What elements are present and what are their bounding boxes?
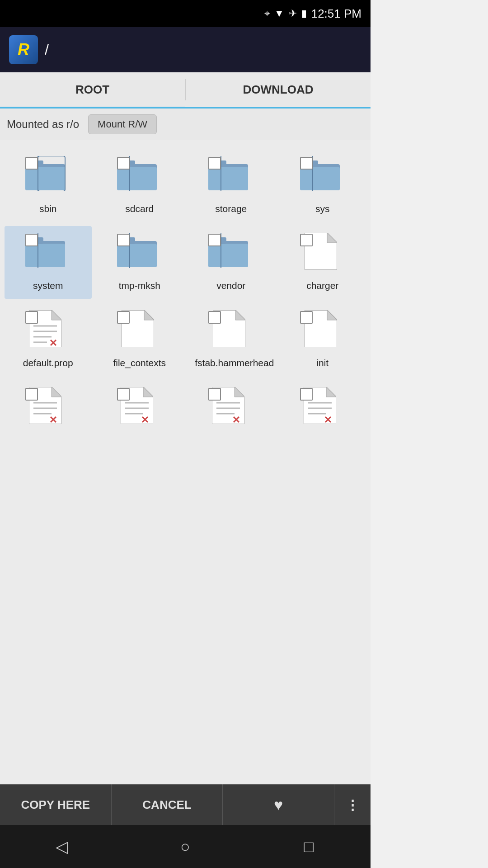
home-button[interactable]: ○ [167, 829, 203, 865]
checkbox-init[interactable] [300, 311, 313, 324]
battery-icon: ▮ [301, 8, 307, 19]
file-icon-default-prop [25, 310, 70, 353]
file-grid: sbin sdcard [0, 140, 371, 449]
file-icon-charger [300, 233, 345, 276]
svg-marker-44 [327, 310, 337, 320]
cancel-button[interactable]: CANCEL [112, 784, 223, 825]
file-item-extra-a[interactable] [5, 380, 92, 440]
file-icon-init [300, 310, 345, 353]
wifi-icon: ▼ [274, 8, 284, 19]
back-button[interactable]: ◁ [44, 829, 80, 865]
file-item-extra-d[interactable] [279, 380, 366, 440]
tab-root[interactable]: ROOT [0, 72, 185, 107]
nav-bar: ◁ ○ □ [0, 825, 371, 868]
file-item-extra-b[interactable] [96, 380, 183, 440]
svg-marker-30 [327, 233, 337, 243]
file-name-init: init [316, 357, 328, 369]
checkbox-vendor[interactable] [208, 234, 221, 246]
file-item-tmp-mksh[interactable]: tmp-mksh [96, 226, 183, 298]
mount-status-label: Mounted as r/o [7, 118, 79, 131]
file-name-tmp-mksh: tmp-mksh [119, 279, 160, 292]
file-item-default-prop[interactable]: default.prop [5, 303, 92, 376]
svg-marker-46 [52, 387, 61, 397]
svg-rect-1 [25, 167, 65, 190]
file-item-charger[interactable]: charger [279, 226, 366, 298]
app-icon: R [9, 35, 38, 64]
file-icon-extra-a [25, 387, 70, 430]
file-name-sbin: sbin [39, 203, 57, 215]
svg-rect-18 [25, 244, 65, 267]
folder-icon-system [25, 233, 70, 276]
svg-rect-6 [117, 167, 157, 190]
svg-rect-26 [208, 244, 248, 267]
svg-rect-10 [208, 167, 248, 190]
file-item-sdcard[interactable]: sdcard [96, 149, 183, 222]
checkbox-extra-a[interactable] [25, 388, 38, 401]
mount-bar: Mounted as r/o Mount R/W [0, 108, 371, 140]
copy-here-button[interactable]: COPY HERE [0, 784, 112, 825]
checkbox-default-prop[interactable] [25, 311, 38, 324]
svg-marker-42 [235, 310, 245, 320]
checkbox-extra-b[interactable] [117, 388, 130, 401]
file-item-system[interactable]: system [5, 226, 92, 298]
checkbox-charger[interactable] [300, 234, 313, 246]
tabs-container: ROOT DOWNLOAD [0, 72, 371, 108]
bluetooth-icon: ⌖ [264, 8, 270, 19]
heart-button[interactable]: ♥ [223, 784, 334, 825]
status-bar: ⌖ ▼ ✈ ▮ 12:51 PM [0, 0, 371, 27]
file-name-file-contexts: file_contexts [113, 357, 166, 369]
checkbox-sys[interactable] [300, 157, 313, 170]
path-text: / [45, 42, 49, 58]
bottom-toolbar: COPY HERE CANCEL ♥ ⋮ [0, 784, 371, 825]
file-name-charger: charger [306, 279, 338, 292]
checkbox-sbin[interactable] [25, 157, 38, 170]
checkbox-sdcard[interactable] [117, 157, 130, 170]
file-item-storage[interactable]: storage [188, 149, 275, 222]
recent-button[interactable]: □ [291, 829, 327, 865]
folder-icon-sys [300, 156, 345, 199]
file-name-sys: sys [315, 203, 330, 215]
file-name-storage: storage [215, 203, 247, 215]
airplane-icon: ✈ [289, 8, 297, 19]
file-icon-extra-b [117, 387, 162, 430]
file-icon-extra-c [208, 387, 253, 430]
checkbox-system[interactable] [25, 234, 38, 246]
file-item-vendor[interactable]: vendor [188, 226, 275, 298]
mount-rw-button[interactable]: Mount R/W [88, 114, 157, 134]
file-name-sdcard: sdcard [125, 203, 154, 215]
file-item-fstab-hammerhead[interactable]: fstab.hammerhead [188, 303, 275, 376]
checkbox-file-contexts[interactable] [117, 311, 130, 324]
file-grid-container: sbin sdcard [0, 140, 371, 784]
status-icons: ⌖ ▼ ✈ ▮ 12:51 PM [264, 7, 361, 21]
checkbox-extra-d[interactable] [300, 388, 313, 401]
folder-icon-sbin [25, 156, 70, 199]
file-name-fstab: fstab.hammerhead [195, 357, 267, 369]
svg-marker-53 [143, 387, 153, 397]
file-item-extra-c[interactable] [188, 380, 275, 440]
file-name-vendor: vendor [216, 279, 245, 292]
svg-rect-14 [300, 167, 340, 190]
svg-marker-67 [326, 387, 336, 397]
file-icon-fstab [208, 310, 253, 353]
folder-icon-storage [208, 156, 253, 199]
file-item-sys[interactable]: sys [279, 149, 366, 222]
svg-marker-32 [52, 310, 61, 320]
menu-button[interactable]: ⋮ [334, 784, 371, 825]
file-name-default-prop: default.prop [23, 357, 73, 369]
status-time: 12:51 PM [311, 7, 361, 21]
tab-download[interactable]: DOWNLOAD [186, 72, 371, 107]
svg-marker-40 [144, 310, 154, 320]
checkbox-fstab[interactable] [208, 311, 221, 324]
checkbox-storage[interactable] [208, 157, 221, 170]
file-item-file-contexts[interactable]: file_contexts [96, 303, 183, 376]
tab-download-label: DOWNLOAD [243, 83, 314, 97]
folder-icon-tmp-mksh [117, 233, 162, 276]
title-bar: R / [0, 27, 371, 72]
file-icon-extra-d [300, 387, 345, 430]
svg-marker-60 [235, 387, 244, 397]
file-item-init[interactable]: init [279, 303, 366, 376]
file-item-sbin[interactable]: sbin [5, 149, 92, 222]
checkbox-tmp-mksh[interactable] [117, 234, 130, 246]
svg-rect-22 [117, 244, 157, 267]
checkbox-extra-c[interactable] [208, 388, 221, 401]
